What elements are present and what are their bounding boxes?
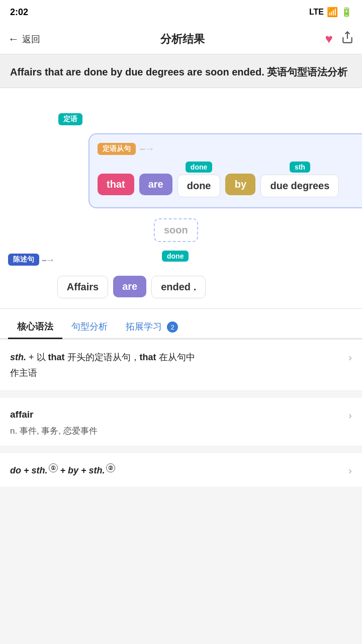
formula-text: do + sth.① + by + sth.②	[10, 463, 115, 476]
back-button[interactable]: ← 返回	[8, 33, 40, 46]
sentence-subtitle: 英语句型语法分析	[267, 66, 347, 77]
done-badge-2: done	[162, 251, 189, 262]
token-that: that	[98, 162, 134, 195]
header: ← 返回 分析结果 ♥	[0, 24, 362, 54]
tabs-bar: 核心语法 句型分析 拓展学习 2	[0, 309, 362, 339]
tab-sentence-label: 句型分析	[71, 321, 108, 332]
tab-sentence-analysis[interactable]: 句型分析	[62, 315, 117, 339]
done-badge-1: done	[186, 162, 212, 173]
sup-1: ①	[49, 463, 58, 472]
signal-icon: 📶	[327, 7, 338, 18]
status-right: LTE 📶 🔋	[309, 7, 352, 18]
attr-badge: 定语	[58, 113, 82, 125]
clause-tokens: that are done done by	[98, 162, 362, 197]
tab-core-grammar-label: 核心语法	[17, 321, 53, 332]
dyc-badge: 定语从句	[98, 143, 136, 155]
formula-chevron-icon: ›	[348, 465, 352, 476]
back-arrow-icon: ←	[8, 33, 19, 46]
back-label: 返回	[22, 33, 40, 45]
sentence-english: Affairs that are done by due degrees are…	[10, 66, 264, 77]
sentence-title: Affairs that are done by due degrees are…	[10, 64, 352, 79]
main-tokens: Affairs are ended .	[57, 264, 206, 298]
word-done-1[interactable]: done	[177, 175, 221, 197]
page-title: 分析结果	[160, 32, 205, 47]
header-actions: ♥	[325, 31, 354, 47]
token-done-1: done done	[177, 162, 221, 197]
word-are-1[interactable]: are	[139, 174, 172, 195]
word-title: affair	[10, 409, 33, 420]
lte-icon: LTE	[309, 8, 324, 17]
grammar-text: sth. + 以 that 开头的定语从句，that 在从句中作主语	[10, 350, 342, 380]
diagram-area: 定语 定语从句 ·····→ that	[0, 88, 362, 309]
dyc-label-row: 定语从句 ·····→	[98, 142, 362, 155]
status-time: 2:02	[10, 7, 28, 18]
word-chevron-icon: ›	[348, 410, 352, 421]
share-button[interactable]	[341, 31, 354, 47]
word-definition: n. 事件, 事务, 恋爱事件	[0, 423, 362, 446]
tab-extended-label: 拓展学习	[126, 321, 162, 332]
favorite-button[interactable]: ♥	[325, 31, 333, 47]
token-by: by	[225, 162, 255, 195]
adverb-soon: soon	[154, 218, 198, 242]
sup-2: ②	[106, 463, 115, 472]
battery-icon: 🔋	[341, 7, 352, 18]
main-clause-badge: 陈述句	[8, 254, 39, 266]
relative-clause-box: 定语从句 ·····→ that are	[88, 133, 362, 208]
sentence-header: Affairs that are done by due degrees are…	[0, 54, 362, 88]
tab-core-grammar[interactable]: 核心语法	[8, 315, 62, 339]
word-ended[interactable]: ended .	[151, 276, 206, 298]
word-by[interactable]: by	[225, 174, 255, 195]
token-are-1: are	[139, 162, 172, 195]
main-arrow: ·····→	[41, 254, 53, 266]
tab-extended-learning[interactable]: 拓展学习 2	[117, 315, 187, 339]
token-affairs: Affairs	[57, 264, 108, 298]
tab-extended-badge: 2	[167, 321, 178, 333]
word-card[interactable]: affair › n. 事件, 事务, 恋爱事件	[0, 397, 362, 446]
word-card-top[interactable]: affair ›	[0, 397, 362, 423]
grammar-chevron-icon: ›	[348, 352, 352, 363]
token-ended: ended .	[151, 264, 206, 298]
word-are-2[interactable]: are	[113, 276, 146, 297]
dashed-arrow: ·····→	[139, 142, 153, 155]
token-are-2: are	[113, 264, 146, 297]
word-due-degrees[interactable]: due degrees	[260, 175, 339, 197]
diagram-wrapper: 定语 定语从句 ·····→ that	[8, 113, 354, 298]
word-affairs[interactable]: Affairs	[57, 276, 108, 298]
token-due-degrees: sth due degrees	[260, 162, 339, 197]
sth-badge-1: sth	[290, 162, 310, 173]
word-that[interactable]: that	[98, 174, 134, 195]
formula-card[interactable]: do + sth.① + by + sth.② ›	[0, 452, 362, 487]
grammar-card[interactable]: sth. + 以 that 开头的定语从句，that 在从句中作主语 ›	[0, 339, 362, 391]
status-bar: 2:02 LTE 📶 🔋	[0, 0, 362, 24]
